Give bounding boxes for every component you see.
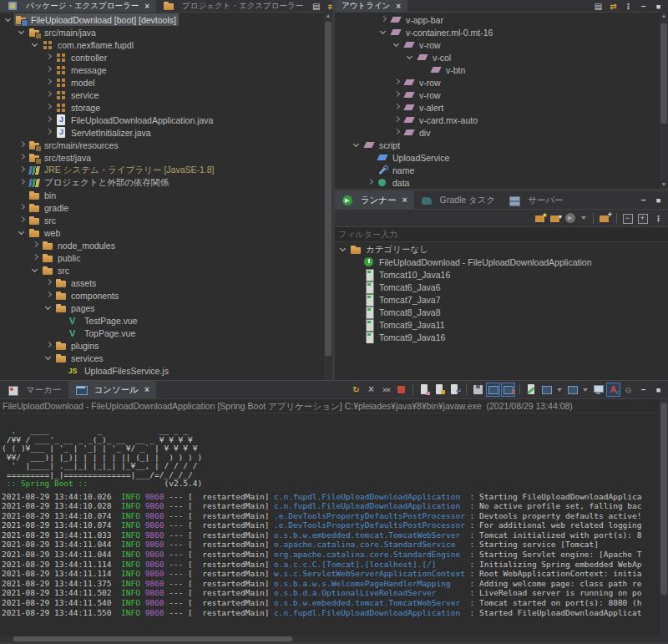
open-run-folder-icon[interactable] — [549, 212, 562, 225]
tree-item[interactable]: model — [0, 76, 332, 89]
tree-item[interactable]: FileUploadDownloadApplication.java — [0, 114, 332, 126]
tab-servers[interactable]: サーバー — [502, 191, 570, 209]
chevron-collapsed-icon[interactable] — [43, 290, 54, 301]
chevron-collapsed-icon[interactable] — [43, 127, 54, 138]
close-icon[interactable]: × — [396, 2, 401, 11]
show-stderr-icon[interactable] — [502, 383, 514, 396]
tree-item[interactable]: TopPage.vue — [0, 327, 332, 339]
scrollbar-thumb[interactable] — [13, 636, 292, 641]
chevron-collapsed-icon[interactable] — [392, 114, 402, 125]
remove-all-terminated-icon[interactable] — [380, 383, 392, 396]
dropdown-caret-icon[interactable] — [581, 216, 586, 220]
chevron-expanded-icon[interactable] — [30, 39, 41, 50]
chevron-collapsed-icon[interactable] — [43, 102, 54, 113]
tree-item[interactable]: components — [0, 289, 332, 302]
tree-item[interactable]: UploadFilesService.js — [0, 364, 332, 377]
dropdown-caret-icon[interactable] — [557, 388, 562, 392]
tree-item[interactable]: data — [335, 176, 668, 189]
collapse-all-icon[interactable] — [310, 0, 322, 13]
runner-tree[interactable]: カテゴリーなしFileUploadDownload - FileUploadDo… — [335, 242, 668, 343]
chevron-collapsed-icon[interactable] — [43, 277, 54, 288]
tree-item[interactable]: gradle — [0, 201, 332, 214]
filter-input[interactable] — [335, 230, 668, 239]
tree-item[interactable]: v-app-bar — [335, 13, 668, 26]
tree-item[interactable]: v-card.mx-auto — [335, 114, 668, 126]
chevron-expanded-icon[interactable] — [405, 52, 416, 63]
chevron-collapsed-icon[interactable] — [378, 14, 389, 25]
chevron-collapsed-icon[interactable] — [43, 89, 54, 100]
chevron-collapsed-icon[interactable] — [392, 77, 402, 88]
chevron-collapsed-icon[interactable] — [17, 202, 28, 213]
chevron-expanded-icon[interactable] — [378, 27, 389, 38]
chevron-expanded-icon[interactable] — [392, 39, 402, 50]
close-icon[interactable]: × — [144, 2, 149, 11]
package-explorer-tree[interactable]: FileUploadDownload [boot] [devtools]src/… — [0, 13, 332, 380]
tree-item[interactable]: src/test/java — [0, 151, 332, 164]
tree-item[interactable]: ServletInitializer.java — [0, 126, 332, 139]
tree-item[interactable]: src/main/resources — [0, 139, 332, 151]
chevron-collapsed-icon[interactable] — [30, 252, 41, 263]
chevron-expanded-icon[interactable] — [30, 265, 41, 276]
tree-item[interactable]: name — [335, 164, 668, 176]
maximize-icon[interactable] — [652, 383, 665, 396]
pin-console-icon[interactable] — [525, 383, 538, 396]
tab-outline[interactable]: アウトライン× — [335, 0, 407, 12]
tree-item[interactable]: v-btn — [335, 63, 668, 76]
chevron-collapsed-icon[interactable] — [43, 52, 54, 63]
chevron-expanded-icon[interactable] — [338, 244, 349, 255]
tree-item[interactable]: pages — [0, 302, 332, 314]
relaunch-icon[interactable] — [350, 383, 362, 396]
chevron-expanded-icon[interactable] — [17, 27, 28, 38]
terminate-icon[interactable] — [395, 383, 407, 396]
new-launch-icon[interactable] — [534, 212, 547, 225]
word-wrap-icon[interactable] — [448, 383, 461, 396]
tree-item[interactable]: script — [335, 139, 668, 151]
new-folder-icon[interactable] — [599, 212, 611, 225]
scrollbar-thumb[interactable] — [325, 22, 331, 356]
chevron-collapsed-icon[interactable] — [17, 165, 28, 175]
chevron-expanded-icon[interactable] — [3, 14, 14, 25]
tree-item[interactable]: message — [0, 63, 332, 76]
menu-dots-icon[interactable] — [652, 212, 665, 225]
save-output-icon[interactable] — [472, 383, 484, 396]
tree-item[interactable]: v-row — [335, 76, 668, 89]
chevron-expanded-icon[interactable] — [17, 227, 28, 238]
tree-item[interactable]: public — [0, 251, 332, 264]
tree-item[interactable]: div — [335, 126, 668, 139]
chevron-collapsed-icon[interactable] — [17, 177, 28, 188]
chevron-expanded-icon[interactable] — [43, 302, 54, 313]
maximize-icon[interactable] — [652, 0, 665, 13]
tree-item[interactable]: Tomcat9_Java11 — [335, 318, 668, 331]
scroll-down-icon[interactable]: ▼ — [660, 180, 668, 189]
open-console-icon[interactable] — [566, 383, 579, 396]
chevron-expanded-icon[interactable] — [43, 352, 54, 363]
tree-item[interactable]: v-container.ml-0.mt-16 — [335, 26, 668, 38]
tab-markers[interactable]: マーカー — [0, 381, 68, 398]
tree-item[interactable]: v-col — [335, 51, 668, 63]
tree-item[interactable]: カテゴリーなし — [335, 243, 668, 256]
tree-item[interactable]: FileUploadDownload [boot] [devtools] — [0, 13, 332, 26]
scrollbar-thumb[interactable] — [660, 23, 667, 124]
view-menu-icon[interactable] — [622, 0, 635, 13]
tree-item[interactable]: TestPage.vue — [0, 314, 332, 327]
remove-launch-icon[interactable] — [365, 383, 377, 396]
chevron-collapsed-icon[interactable] — [43, 114, 54, 125]
collapse-all-icon[interactable] — [592, 0, 605, 13]
tab-project-explorer[interactable]: プロジェクト・エクスプローラー — [156, 0, 310, 12]
chevron-collapsed-icon[interactable] — [17, 139, 28, 150]
chevron-collapsed-icon[interactable] — [392, 127, 402, 138]
tree-item[interactable]: FileUploadDownload - FileUploadDownloadA… — [335, 256, 668, 268]
link-editor-icon[interactable] — [607, 0, 620, 13]
tree-item[interactable]: v-alert — [335, 101, 668, 114]
scroll-lock-icon[interactable] — [433, 383, 446, 396]
tab-gradle-tasks[interactable]: Gradle タスク — [414, 191, 503, 209]
ansi-console-icon[interactable] — [607, 383, 620, 396]
tree-item[interactable]: com.nexflame.fupdl — [0, 38, 332, 51]
chevron-collapsed-icon[interactable] — [43, 77, 54, 88]
minimize-icon[interactable] — [637, 0, 650, 13]
chevron-expanded-icon[interactable] — [352, 139, 362, 150]
show-stdout-icon[interactable] — [487, 383, 499, 396]
tree-item[interactable]: src — [0, 214, 332, 226]
chevron-collapsed-icon[interactable] — [392, 102, 402, 113]
minimize-icon[interactable] — [637, 194, 650, 206]
